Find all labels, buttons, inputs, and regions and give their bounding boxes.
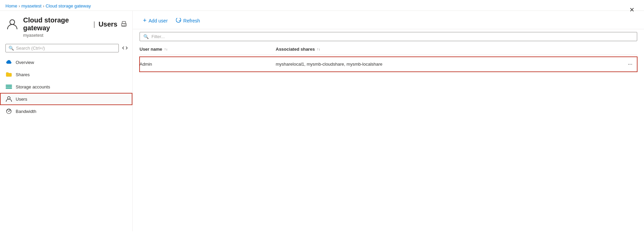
table-row[interactable]: Admin mysharelocal1, mysmb-cloudshare, m… xyxy=(140,57,637,72)
sidebar-item-label-overview: Overview xyxy=(16,60,34,65)
sidebar-item-storage-accounts[interactable]: Storage accounts xyxy=(0,81,132,93)
svg-rect-1 xyxy=(122,21,126,23)
sidebar-item-label-users: Users xyxy=(16,97,27,102)
refresh-icon xyxy=(176,18,181,23)
resource-header: Cloud storage gateway | Users xyxy=(0,11,132,41)
sort-username-icon[interactable]: ↑↓ xyxy=(164,47,167,51)
row-more-button[interactable]: ··· xyxy=(626,61,634,68)
cloud-icon xyxy=(5,59,12,66)
sort-shares-icon[interactable]: ↑↓ xyxy=(317,47,320,51)
print-icon[interactable] xyxy=(121,21,127,29)
table-header: User name ↑↓ Associated shares ↑↓ xyxy=(140,44,637,55)
filter-input-wrap[interactable]: 🔍 xyxy=(140,32,637,41)
cell-actions: ··· xyxy=(624,61,637,68)
search-input-wrap[interactable]: 🔍 xyxy=(5,44,119,52)
table-row-highlight: Admin mysharelocal1, mysmb-cloudshare, m… xyxy=(140,57,637,72)
sidebar-item-label-bandwidth: Bandwidth xyxy=(16,109,36,114)
resource-section: Users xyxy=(98,20,117,28)
sidebar-item-overview[interactable]: Overview xyxy=(0,56,132,68)
svg-point-4 xyxy=(125,24,126,25)
svg-rect-2 xyxy=(122,23,126,26)
search-bar-row: 🔍 xyxy=(0,41,132,55)
resource-avatar xyxy=(5,17,19,31)
collapse-sidebar-button[interactable] xyxy=(120,43,130,53)
search-input[interactable] xyxy=(16,46,116,51)
svg-point-0 xyxy=(10,20,15,24)
filter-input[interactable] xyxy=(151,34,633,39)
storage-icon xyxy=(5,83,12,90)
sidebar-item-shares[interactable]: Shares xyxy=(0,68,132,81)
cell-username: Admin xyxy=(140,62,276,67)
folder-icon xyxy=(5,71,12,78)
breadcrumb-home[interactable]: Home xyxy=(5,3,17,9)
close-button[interactable]: ✕ xyxy=(627,5,637,15)
svg-rect-6 xyxy=(6,86,12,87)
plus-icon: + xyxy=(143,17,147,24)
breadcrumb-current[interactable]: Cloud storage gateway xyxy=(46,3,91,9)
filter-search-icon: 🔍 xyxy=(143,34,149,39)
bandwidth-icon xyxy=(5,108,12,115)
sidebar-item-label-shares: Shares xyxy=(16,72,30,77)
right-panel: + Add user Refresh 🔍 xyxy=(133,11,644,231)
svg-rect-7 xyxy=(6,88,12,89)
svg-rect-3 xyxy=(123,25,125,27)
breadcrumb: Home › myasetest › Cloud storage gateway xyxy=(0,0,644,11)
column-header-username: User name ↑↓ xyxy=(140,47,276,52)
add-user-button[interactable]: + Add user xyxy=(140,15,171,26)
resource-title-name: Cloud storage gateway xyxy=(23,16,90,32)
resource-subtitle: myasetest xyxy=(23,33,127,38)
sidebar-item-users[interactable]: Users xyxy=(0,93,132,105)
sidebar-item-label-storage: Storage accounts xyxy=(16,84,50,89)
column-header-shares: Associated shares ↑↓ xyxy=(276,47,637,52)
filter-row: 🔍 xyxy=(133,29,644,44)
toolbar: + Add user Refresh xyxy=(133,11,644,29)
breadcrumb-myasetest[interactable]: myasetest xyxy=(21,3,42,9)
sidebar-nav: Overview Shares xyxy=(0,56,132,117)
sidebar-item-bandwidth[interactable]: Bandwidth xyxy=(0,105,132,117)
cell-shares: mysharelocal1, mysmb-cloudshare, mysmb-l… xyxy=(276,62,624,67)
data-table: User name ↑↓ Associated shares ↑↓ Admin … xyxy=(133,44,644,231)
search-magnifier-icon: 🔍 xyxy=(9,46,14,51)
refresh-button[interactable]: Refresh xyxy=(173,16,204,26)
svg-rect-5 xyxy=(6,85,12,86)
left-panel: Cloud storage gateway | Users xyxy=(0,11,133,231)
user-icon xyxy=(5,96,12,102)
